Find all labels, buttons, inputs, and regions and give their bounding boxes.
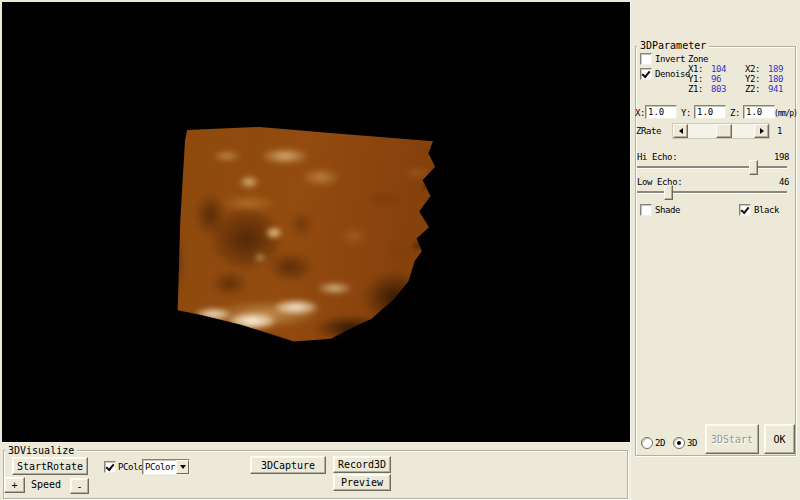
capture-3d-button[interactable]: 3DCapture xyxy=(250,456,326,474)
scale-unit-label: (mm/p) xyxy=(774,108,797,119)
mode-3d-label: 3D xyxy=(687,438,697,449)
scale-x-input[interactable] xyxy=(645,105,677,119)
hi-echo-slider-thumb[interactable] xyxy=(749,160,758,175)
mode-2d-radio[interactable] xyxy=(641,437,653,449)
zrate-value: 1 xyxy=(777,126,782,137)
invert-label: Invert xyxy=(655,54,685,65)
visualize-group-title: 3DVisualize xyxy=(5,445,77,456)
render-viewport[interactable] xyxy=(2,2,630,442)
scale-z-label: Z: xyxy=(730,108,740,119)
scale-x-label: X: xyxy=(635,108,645,119)
ultrasound-volume-texture xyxy=(169,116,445,352)
zone-z2-label: Z2: xyxy=(745,84,760,95)
low-echo-slider-thumb[interactable] xyxy=(664,185,673,200)
denoise-label: Denoise xyxy=(655,69,690,80)
black-label: Black xyxy=(754,205,779,216)
zone-z1-value: 803 xyxy=(711,84,726,95)
shade-label: Shade xyxy=(655,205,680,216)
scale-y-input[interactable] xyxy=(694,105,726,119)
start-rotate-button[interactable]: StartRotate xyxy=(12,457,88,475)
start3d-button[interactable]: 3DStart xyxy=(705,424,759,454)
ok-button[interactable]: OK xyxy=(764,424,795,454)
arrow-left-icon xyxy=(679,128,683,134)
parameter-panel: 3DParameter Invert Denoise Zone X1: 104 … xyxy=(630,0,800,500)
speed-minus-button[interactable]: - xyxy=(70,478,89,494)
visualize-panel: 3DVisualize StartRotate + Speed - PColor… xyxy=(0,442,630,500)
speed-label: Speed xyxy=(31,479,61,490)
chevron-down-icon xyxy=(180,465,186,469)
zone-z2-value: 941 xyxy=(768,84,783,95)
invert-checkbox[interactable] xyxy=(640,53,652,65)
pcolor-checkbox[interactable] xyxy=(104,461,116,473)
pcolor-dropdown-button[interactable] xyxy=(176,460,189,474)
mode-3d-radio[interactable] xyxy=(673,437,685,449)
pcolor-dropdown-value: PColor xyxy=(145,461,175,473)
scale-y-label: Y: xyxy=(681,108,691,119)
zrate-scrollbar[interactable] xyxy=(672,123,770,139)
zone-z1-label: Z1: xyxy=(688,84,703,95)
record-3d-button[interactable]: Record3D xyxy=(333,456,391,473)
preview-button[interactable]: Preview xyxy=(333,474,391,491)
arrow-right-icon xyxy=(760,128,764,134)
speed-plus-button[interactable]: + xyxy=(4,477,25,493)
shade-checkbox[interactable] xyxy=(640,204,652,216)
ultrasound-volume xyxy=(175,122,439,346)
scale-z-input[interactable] xyxy=(743,105,775,119)
zrate-scroll-right-button[interactable] xyxy=(754,124,769,138)
parameter-group-title: 3DParameter xyxy=(637,40,709,51)
pcolor-dropdown[interactable]: PColor xyxy=(142,459,190,475)
zrate-label: ZRate xyxy=(636,126,661,137)
denoise-checkbox[interactable] xyxy=(640,68,652,80)
mode-2d-label: 2D xyxy=(655,438,665,449)
zrate-scroll-thumb[interactable] xyxy=(716,124,732,138)
black-checkbox[interactable] xyxy=(739,204,751,216)
